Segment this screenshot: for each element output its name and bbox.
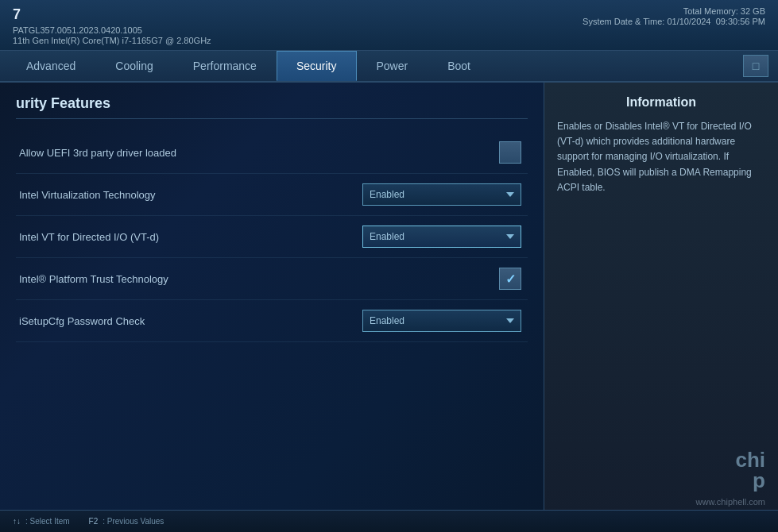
setting-label-vt: Intel Virtualization Technology — [19, 189, 362, 201]
window-icon: □ — [753, 60, 759, 72]
tab-security[interactable]: Security — [277, 51, 357, 81]
setting-control-uefi — [362, 141, 521, 164]
setting-row-vtd: Intel VT for Directed I/O (VT-d) Enabled — [16, 216, 528, 258]
footer-bar: ↑↓ : Select Item F2 : Previous Values — [0, 510, 778, 532]
checkbox-uefi[interactable] — [499, 141, 521, 164]
dropdown-vtd-value: Enabled — [370, 231, 404, 242]
dropdown-password-value: Enabled — [370, 315, 404, 326]
nav-bar: Advanced Cooling Performance Security Po… — [0, 51, 778, 83]
footer-select: ↑↓ : Select Item — [13, 517, 70, 526]
setting-row-uefi: Allow UEFI 3rd party driver loaded — [16, 132, 528, 174]
info-panel-title: Information — [557, 95, 765, 110]
section-title: urity Features — [16, 95, 528, 119]
footer-prev: F2 : Previous Values — [89, 517, 165, 526]
setting-control-vt: Enabled — [362, 183, 521, 206]
bios-header: 7 PATGL357.0051.2023.0420.1005 11th Gen … — [0, 0, 778, 51]
tab-cooling[interactable]: Cooling — [95, 51, 172, 81]
dropdown-vt[interactable]: Enabled — [362, 183, 521, 206]
datetime-info: System Date & Time: 01/10/2024 09:30:56 … — [583, 17, 765, 26]
tab-power[interactable]: Power — [357, 51, 428, 81]
info-panel-text: Enables or Disables Intel® VT for Direct… — [557, 119, 765, 195]
left-panel: urity Features Allow UEFI 3rd party driv… — [0, 83, 544, 519]
chip-logo: chip — [557, 449, 765, 491]
main-content: urity Features Allow UEFI 3rd party driv… — [0, 83, 778, 519]
setting-row-vt: Intel Virtualization Technology Enabled — [16, 174, 528, 216]
setting-label-vtd: Intel VT for Directed I/O (VT-d) — [19, 231, 362, 243]
checkbox-ptt[interactable] — [499, 268, 521, 290]
dropdown-vtd[interactable]: Enabled — [362, 226, 521, 248]
right-panel: Information Enables or Disables Intel® V… — [544, 83, 778, 519]
dropdown-vt-arrow — [506, 192, 514, 197]
setting-label-ptt: Intel® Platform Trust Technology — [19, 273, 362, 285]
setting-label-uefi: Allow UEFI 3rd party driver loaded — [19, 147, 362, 159]
setting-control-ptt — [362, 268, 521, 290]
select-key: ↑↓ — [13, 517, 21, 526]
bios-title: 7 — [13, 6, 211, 23]
settings-list: Allow UEFI 3rd party driver loaded Intel… — [16, 132, 528, 342]
processor-info: 11th Gen Intel(R) Core(TM) i7-1165G7 @ 2… — [13, 36, 211, 45]
tab-boot[interactable]: Boot — [428, 51, 490, 81]
setting-control-vtd: Enabled — [362, 226, 521, 248]
prev-key: F2 — [89, 517, 99, 526]
setting-row-password: iSetupCfg Password Check Enabled — [16, 300, 528, 342]
setting-control-password: Enabled — [362, 310, 521, 332]
memory-info: Total Memory: 32 GB — [683, 6, 765, 16]
dropdown-vtd-arrow — [506, 234, 514, 239]
dropdown-password-arrow — [506, 318, 514, 323]
tab-performance[interactable]: Performance — [173, 51, 277, 81]
dropdown-password[interactable]: Enabled — [362, 310, 521, 332]
setting-row-ptt: Intel® Platform Trust Technology — [16, 258, 528, 300]
prev-label: : Previous Values — [103, 517, 164, 526]
dropdown-vt-value: Enabled — [370, 189, 404, 200]
nav-icon-button[interactable]: □ — [743, 55, 768, 77]
watermark: www.chiphell.com — [557, 497, 765, 507]
select-label: : Select Item — [25, 517, 70, 526]
bios-version: PATGL357.0051.2023.0420.1005 — [13, 25, 211, 35]
setting-label-password: iSetupCfg Password Check — [19, 315, 362, 327]
tab-advanced[interactable]: Advanced — [6, 51, 95, 81]
